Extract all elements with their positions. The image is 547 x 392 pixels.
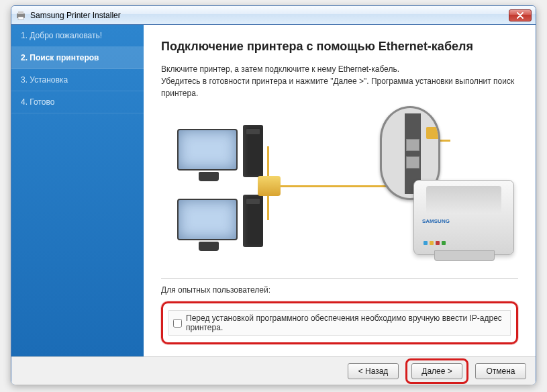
printer-icon: SAMSUNG [413,180,514,255]
highlighted-checkbox-area: Перед установкой программного обеспечени… [161,301,518,344]
ethernet-illustration: SAMSUNG [165,113,514,267]
ethernet-cable-icon [269,185,397,187]
desc-line-1: Включите принтер, а затем подключите к н… [161,64,399,74]
step-install[interactable]: 3. Установка [11,69,144,91]
page-heading: Подключение принтера с помощью Ethernet-… [161,40,518,54]
close-icon [517,12,524,19]
sidebar: 1. Добро пожаловать! 2. Поиск принтеров … [11,25,144,356]
content-area: 1. Добро пожаловать! 2. Поиск принтеров … [11,25,536,356]
installer-window: Samsung Printer Installer 1. Добро пожал… [11,5,536,385]
window-title: Samsung Printer Installer [30,11,509,20]
titlebar[interactable]: Samsung Printer Installer [11,6,536,25]
pc-tower-icon [243,125,263,177]
page-description: Включите принтер, а затем подключите к н… [161,63,518,99]
main-panel: Подключение принтера с помощью Ethernet-… [144,25,536,356]
step-welcome[interactable]: 1. Добро пожаловать! [11,25,144,47]
manual-ip-checkbox[interactable] [173,319,182,328]
ethernet-hub-icon [258,176,281,196]
separator [161,278,518,279]
footer: < Назад Далее > Отмена [11,356,536,385]
pc-tower-icon [243,195,263,247]
printer-status-leds-icon [424,241,446,245]
manual-ip-checkbox-row[interactable]: Перед установкой программного обеспечени… [168,310,511,336]
printer-app-icon [15,10,26,21]
step-label: 1. Добро пожаловать! [21,31,102,40]
printer-brand-label: SAMSUNG [422,218,450,224]
svg-rect-2 [18,17,23,19]
close-button[interactable] [509,9,532,21]
svg-rect-1 [18,11,23,14]
step-search-printers[interactable]: 2. Поиск принтеров [11,47,144,69]
manual-ip-checkbox-label[interactable]: Перед установкой программного обеспечени… [186,313,506,332]
back-button[interactable]: < Назад [348,363,399,379]
step-label: 2. Поиск принтеров [21,53,99,62]
monitor-icon [177,129,238,170]
advanced-section-label: Для опытных пользователей: [161,285,518,295]
monitor-icon [177,199,238,240]
step-label: 4. Готово [21,97,54,107]
desc-line-2: Убедитесь в готовности принтера и нажмит… [161,77,514,98]
highlighted-next-area: Далее > [405,358,468,384]
cancel-button[interactable]: Отмена [475,363,526,379]
next-button[interactable]: Далее > [411,363,462,379]
step-label: 3. Установка [21,75,68,85]
step-done[interactable]: 4. Готово [11,91,144,113]
